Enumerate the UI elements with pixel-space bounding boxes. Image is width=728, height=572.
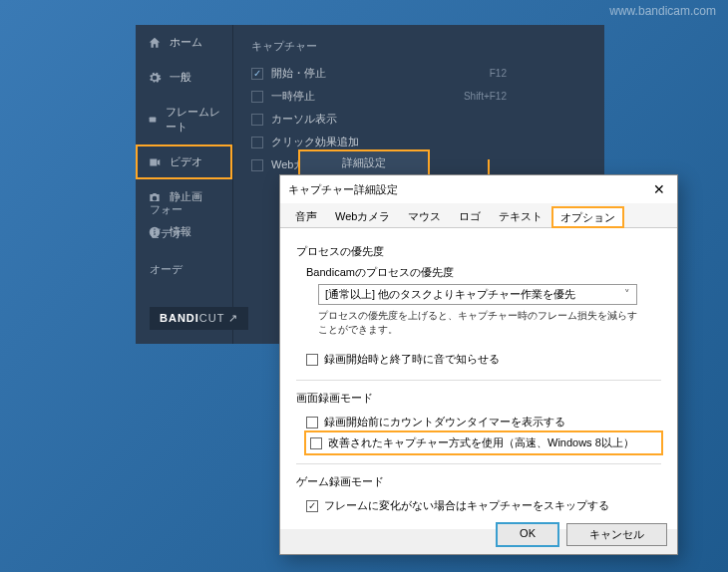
countdown-option[interactable]: 録画開始前にカウントダウンタイマーを表示する: [306, 412, 661, 432]
sidebar-label: ホーム: [170, 35, 202, 50]
bandicut-brand: BANDI: [160, 312, 199, 324]
sound-notify-option[interactable]: 録画開始時と終了時に音で知らせる: [306, 349, 661, 370]
checkbox-icon[interactable]: [251, 137, 263, 148]
hotkey-label: Shift+F12: [464, 91, 507, 102]
sidebar-item-general[interactable]: 一般: [136, 60, 232, 95]
priority-sub: Bandicamのプロセスの優先度: [306, 265, 661, 280]
checkbox-icon[interactable]: [310, 437, 322, 449]
capture-cursor[interactable]: カーソル表示: [251, 108, 586, 131]
skip-no-change-option[interactable]: フレームに変化がない場合はキャプチャーをスキップする: [306, 495, 661, 516]
checkbox-icon[interactable]: [251, 91, 263, 103]
svg-rect-0: [150, 118, 157, 123]
capture-start-stop[interactable]: 開始・停止F12: [251, 62, 586, 85]
tab-logo[interactable]: ロゴ: [450, 205, 490, 227]
check-label: 改善されたキャプチャー方式を使用（高速、Windows 8以上）: [328, 435, 634, 450]
bandicut-suffix: CUT ↗: [199, 312, 238, 324]
video-icon: [148, 155, 162, 169]
video-label: ビデオ: [150, 226, 182, 241]
combo-value: [通常以上] 他のタスクよりキャプチャー作業を優先: [325, 287, 575, 302]
dialog-title-text: キャプチャー詳細設定: [288, 182, 398, 197]
capture-pause[interactable]: 一時停止Shift+F12: [251, 85, 586, 108]
priority-hint: プロセスの優先度を上げると、キャプチャー時のフレーム損失を減らすことができます。: [318, 309, 637, 337]
checkbox-icon[interactable]: [306, 417, 318, 429]
home-icon: [148, 36, 162, 50]
checkbox-icon[interactable]: [251, 68, 263, 80]
check-label: フレームに変化がない場合はキャプチャーをスキップする: [324, 498, 609, 513]
format-label: フォー: [150, 202, 182, 217]
sidebar-label: 一般: [170, 70, 191, 85]
close-button[interactable]: ✕: [649, 181, 669, 197]
check-label: クリック効果追加: [271, 135, 359, 149]
checkbox-icon[interactable]: [306, 354, 318, 366]
sidebar-item-home[interactable]: ホーム: [136, 25, 232, 60]
separator: [296, 463, 661, 464]
ok-button[interactable]: OK: [497, 523, 558, 546]
tab-audio[interactable]: 音声: [286, 205, 326, 227]
tab-options[interactable]: オプション: [551, 206, 624, 228]
detail-settings-button[interactable]: 詳細設定: [299, 150, 429, 175]
capture-detail-dialog: キャプチャー詳細設定 ✕ 音声 Webカメラ マウス ロゴ テキスト オプション…: [279, 174, 678, 555]
check-label: 一時停止: [271, 89, 315, 104]
dialog-titlebar: キャプチャー詳細設定 ✕: [280, 175, 677, 203]
separator: [296, 380, 661, 381]
screen-mode-title: 画面録画モード: [296, 391, 661, 406]
dialog-body: プロセスの優先度 Bandicamのプロセスの優先度 [通常以上] 他のタスクよ…: [280, 228, 677, 529]
game-mode-title: ゲーム録画モード: [296, 474, 661, 489]
checkbox-icon[interactable]: [306, 500, 318, 512]
gear-icon: [148, 71, 162, 85]
priority-combo[interactable]: [通常以上] 他のタスクよりキャプチャー作業を優先: [318, 284, 637, 305]
watermark: www.bandicam.com: [609, 4, 716, 18]
check-label: カーソル表示: [271, 112, 337, 127]
cancel-button[interactable]: キャンセル: [566, 523, 667, 546]
improved-capture-option[interactable]: 改善されたキャプチャー方式を使用（高速、Windows 8以上）: [306, 432, 661, 453]
sidebar-item-video[interactable]: ビデオ: [136, 144, 232, 179]
priority-group-title: プロセスの優先度: [296, 244, 661, 259]
dialog-tabs: 音声 Webカメラ マウス ロゴ テキスト オプション: [280, 203, 677, 228]
sidebar-label: フレームレート: [166, 105, 220, 135]
audio-label: オーデ: [150, 262, 182, 277]
capture-section-title: キャプチャー: [251, 39, 586, 54]
check-label: 録画開始前にカウントダウンタイマーを表示する: [324, 415, 565, 429]
sidebar-label: ビデオ: [170, 154, 202, 169]
bandicut-link[interactable]: BANDICUT ↗: [150, 307, 248, 330]
dialog-buttons: OK キャンセル: [497, 523, 667, 546]
checkbox-icon[interactable]: [251, 114, 263, 126]
sidebar: ホーム 一般 フレームレート ビデオ 静止画 情報: [136, 25, 233, 344]
tab-text[interactable]: テキスト: [490, 205, 551, 227]
sidebar-item-fps[interactable]: フレームレート: [136, 95, 232, 144]
tab-mouse[interactable]: マウス: [399, 205, 450, 227]
fps-icon: [148, 113, 158, 127]
checkbox-icon[interactable]: [251, 159, 263, 171]
check-label: 録画開始時と終了時に音で知らせる: [324, 352, 500, 367]
check-label: 開始・停止: [271, 66, 326, 81]
tab-webcam[interactable]: Webカメラ: [326, 205, 399, 227]
hotkey-label: F12: [490, 68, 507, 79]
